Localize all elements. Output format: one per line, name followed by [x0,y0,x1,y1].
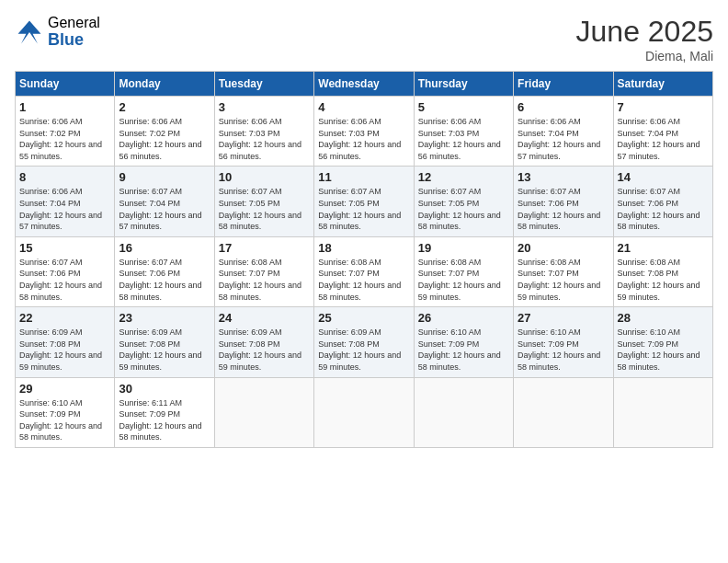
day-number: 1 [19,100,110,114]
calendar-cell: 1Sunrise: 6:06 AMSunset: 7:02 PMDaylight… [16,97,115,167]
calendar-cell: 8Sunrise: 6:06 AMSunset: 7:04 PMDaylight… [16,167,115,236]
day-number: 20 [518,241,609,255]
calendar-cell: 19Sunrise: 6:08 AMSunset: 7:07 PMDayligh… [414,236,513,306]
calendar-week-row: 15Sunrise: 6:07 AMSunset: 7:06 PMDayligh… [16,236,713,306]
day-number: 14 [618,170,709,184]
day-number: 13 [518,170,609,184]
day-number: 12 [418,170,509,184]
day-number: 8 [19,170,110,184]
day-number: 18 [318,241,409,255]
day-info: Sunrise: 6:10 AMSunset: 7:09 PMDaylight:… [418,327,509,373]
day-info: Sunrise: 6:09 AMSunset: 7:08 PMDaylight:… [318,327,409,373]
title-block: June 2025 Diema, Mali [576,15,713,63]
day-number: 19 [418,241,509,255]
calendar-cell [613,377,712,447]
calendar-week-row: 29Sunrise: 6:10 AMSunset: 7:09 PMDayligh… [16,377,713,447]
day-number: 17 [219,241,310,255]
calendar-cell: 26Sunrise: 6:10 AMSunset: 7:09 PMDayligh… [414,307,513,377]
calendar-cell: 30Sunrise: 6:11 AMSunset: 7:09 PMDayligh… [115,377,214,447]
month-title: June 2025 [576,15,713,49]
day-info: Sunrise: 6:06 AMSunset: 7:03 PMDaylight:… [418,116,509,162]
weekday-header-sunday: Sunday [16,72,115,97]
day-info: Sunrise: 6:10 AMSunset: 7:09 PMDaylight:… [618,327,709,373]
calendar-cell: 3Sunrise: 6:06 AMSunset: 7:03 PMDaylight… [214,97,313,167]
calendar-cell: 24Sunrise: 6:09 AMSunset: 7:08 PMDayligh… [214,307,313,377]
day-number: 6 [518,100,609,114]
calendar-week-row: 1Sunrise: 6:06 AMSunset: 7:02 PMDaylight… [16,97,713,167]
calendar-cell: 18Sunrise: 6:08 AMSunset: 7:07 PMDayligh… [314,236,414,306]
svg-marker-0 [18,20,41,43]
weekday-header-friday: Friday [514,72,613,97]
weekday-header-tuesday: Tuesday [214,72,313,97]
calendar-cell: 14Sunrise: 6:07 AMSunset: 7:06 PMDayligh… [613,167,712,236]
day-info: Sunrise: 6:07 AMSunset: 7:06 PMDaylight:… [518,186,609,232]
calendar-cell: 28Sunrise: 6:10 AMSunset: 7:09 PMDayligh… [613,307,712,377]
day-info: Sunrise: 6:06 AMSunset: 7:04 PMDaylight:… [618,116,709,162]
calendar-cell: 29Sunrise: 6:10 AMSunset: 7:09 PMDayligh… [16,377,115,447]
weekday-header-monday: Monday [115,72,214,97]
calendar-cell [414,377,513,447]
calendar-cell: 4Sunrise: 6:06 AMSunset: 7:03 PMDaylight… [314,97,414,167]
day-info: Sunrise: 6:07 AMSunset: 7:05 PMDaylight:… [318,186,409,232]
calendar-cell [514,377,613,447]
calendar-cell: 20Sunrise: 6:08 AMSunset: 7:07 PMDayligh… [514,236,613,306]
calendar-cell [214,377,313,447]
logo-general: General [48,15,100,31]
location: Diema, Mali [576,49,713,63]
weekday-header-saturday: Saturday [613,72,712,97]
day-info: Sunrise: 6:07 AMSunset: 7:04 PMDaylight:… [119,186,210,232]
logo-text: General Blue [48,15,100,49]
day-info: Sunrise: 6:06 AMSunset: 7:04 PMDaylight:… [19,186,110,232]
day-number: 26 [418,311,509,325]
day-number: 16 [119,241,210,255]
day-number: 21 [618,241,709,255]
calendar-cell: 6Sunrise: 6:06 AMSunset: 7:04 PMDaylight… [514,97,613,167]
day-number: 23 [119,311,210,325]
day-number: 3 [219,100,310,114]
day-info: Sunrise: 6:07 AMSunset: 7:05 PMDaylight:… [219,186,310,232]
day-info: Sunrise: 6:11 AMSunset: 7:09 PMDaylight:… [119,397,210,443]
calendar-cell: 15Sunrise: 6:07 AMSunset: 7:06 PMDayligh… [16,236,115,306]
day-number: 4 [318,100,409,114]
day-info: Sunrise: 6:09 AMSunset: 7:08 PMDaylight:… [219,327,310,373]
day-info: Sunrise: 6:07 AMSunset: 7:06 PMDaylight:… [19,257,110,303]
day-number: 27 [518,311,609,325]
day-info: Sunrise: 6:08 AMSunset: 7:07 PMDaylight:… [418,257,509,303]
day-info: Sunrise: 6:07 AMSunset: 7:06 PMDaylight:… [119,257,210,303]
day-number: 24 [219,311,310,325]
day-info: Sunrise: 6:07 AMSunset: 7:05 PMDaylight:… [418,186,509,232]
calendar-table: SundayMondayTuesdayWednesdayThursdayFrid… [15,71,713,448]
day-number: 11 [318,170,409,184]
day-info: Sunrise: 6:06 AMSunset: 7:02 PMDaylight:… [19,116,110,162]
day-info: Sunrise: 6:09 AMSunset: 7:08 PMDaylight:… [119,327,210,373]
calendar-header-row: SundayMondayTuesdayWednesdayThursdayFrid… [16,72,713,97]
calendar-cell: 10Sunrise: 6:07 AMSunset: 7:05 PMDayligh… [214,167,313,236]
calendar-week-row: 8Sunrise: 6:06 AMSunset: 7:04 PMDaylight… [16,167,713,236]
day-info: Sunrise: 6:09 AMSunset: 7:08 PMDaylight:… [19,327,110,373]
day-info: Sunrise: 6:07 AMSunset: 7:06 PMDaylight:… [618,186,709,232]
calendar-cell: 21Sunrise: 6:08 AMSunset: 7:08 PMDayligh… [613,236,712,306]
day-info: Sunrise: 6:08 AMSunset: 7:07 PMDaylight:… [318,257,409,303]
calendar-cell: 25Sunrise: 6:09 AMSunset: 7:08 PMDayligh… [314,307,414,377]
day-info: Sunrise: 6:08 AMSunset: 7:07 PMDaylight:… [219,257,310,303]
day-number: 25 [318,311,409,325]
day-number: 22 [19,311,110,325]
calendar-week-row: 22Sunrise: 6:09 AMSunset: 7:08 PMDayligh… [16,307,713,377]
day-info: Sunrise: 6:06 AMSunset: 7:02 PMDaylight:… [119,116,210,162]
calendar-cell: 11Sunrise: 6:07 AMSunset: 7:05 PMDayligh… [314,167,414,236]
logo-icon [15,17,44,47]
day-number: 9 [119,170,210,184]
calendar-cell: 16Sunrise: 6:07 AMSunset: 7:06 PMDayligh… [115,236,214,306]
day-info: Sunrise: 6:06 AMSunset: 7:03 PMDaylight:… [318,116,409,162]
day-number: 28 [618,311,709,325]
calendar-cell: 12Sunrise: 6:07 AMSunset: 7:05 PMDayligh… [414,167,513,236]
day-number: 30 [119,382,210,396]
calendar-cell: 9Sunrise: 6:07 AMSunset: 7:04 PMDaylight… [115,167,214,236]
calendar-cell: 17Sunrise: 6:08 AMSunset: 7:07 PMDayligh… [214,236,313,306]
page-header: General Blue June 2025 Diema, Mali [15,15,713,63]
logo-blue: Blue [48,31,100,50]
day-number: 29 [19,382,110,396]
calendar-cell: 22Sunrise: 6:09 AMSunset: 7:08 PMDayligh… [16,307,115,377]
calendar-cell: 23Sunrise: 6:09 AMSunset: 7:08 PMDayligh… [115,307,214,377]
day-info: Sunrise: 6:06 AMSunset: 7:03 PMDaylight:… [219,116,310,162]
